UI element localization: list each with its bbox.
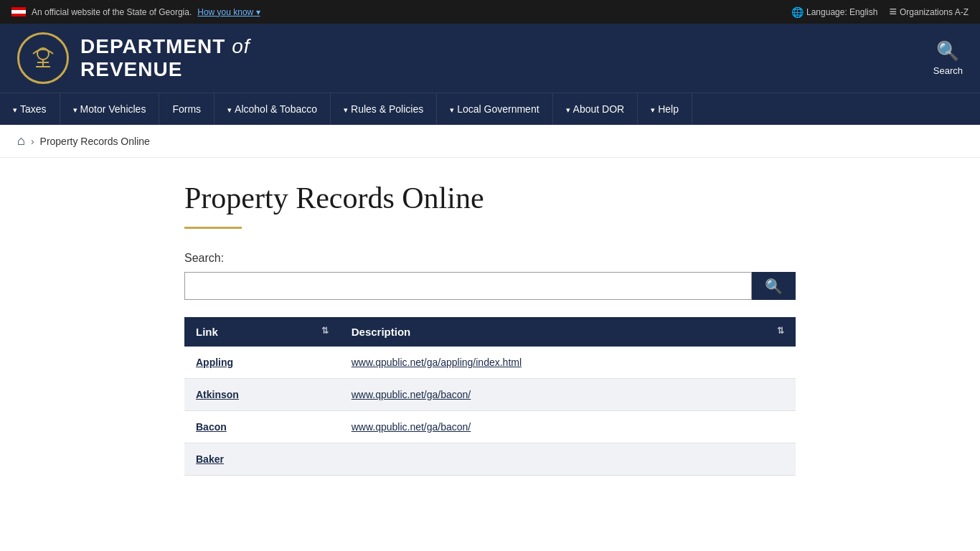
search-label: Search: — [184, 252, 796, 265]
table-row: Baconwww.qpublic.net/ga/bacon/ — [184, 411, 796, 443]
table-body: Applingwww.qpublic.net/ga/appling/index.… — [184, 347, 796, 476]
header-search-button[interactable]: 🔍 Search — [933, 40, 963, 76]
desc-sort-icon: ⇅ — [777, 326, 784, 336]
about-dor-caret — [566, 103, 570, 115]
breadcrumb-current: Property Records Online — [40, 136, 150, 147]
table-cell-link: Atkinson — [184, 379, 340, 411]
records-table: Link ⇅ Description ⇅ Applingwww.qpublic.… — [184, 317, 796, 476]
nav-local-government[interactable]: Local Government — [437, 93, 552, 125]
record-link[interactable]: Appling — [196, 357, 233, 368]
header-title: DEPARTMENT of REVENUE — [80, 35, 250, 81]
how-you-know-link[interactable]: How you know — [197, 7, 260, 17]
menu-icon — [889, 4, 897, 19]
search-icon: 🔍 — [936, 40, 959, 62]
record-link[interactable]: Atkinson — [196, 389, 239, 400]
nav-help[interactable]: Help — [638, 93, 692, 125]
nav-rules-policies[interactable]: Rules & Policies — [331, 93, 437, 125]
header: DEPARTMENT of REVENUE 🔍 Search — [0, 24, 980, 93]
official-text: An official website of the State of Geor… — [32, 7, 192, 17]
table-cell-description: www.qpublic.net/ga/appling/index.html — [340, 347, 796, 379]
col-description[interactable]: Description ⇅ — [340, 317, 796, 347]
nav-taxes[interactable]: Taxes — [0, 93, 60, 125]
nav-alcohol-tobacco[interactable]: Alcohol & Tobacco — [215, 93, 331, 125]
home-icon: ⌂ — [17, 133, 25, 148]
organizations-link[interactable]: Organizations A-Z — [889, 4, 969, 19]
taxes-caret — [13, 103, 17, 115]
language-link[interactable]: Language: English — [791, 6, 877, 18]
page-title: Property Records Online — [184, 181, 796, 215]
nav-forms[interactable]: Forms — [159, 93, 215, 125]
table-row: Atkinsonwww.qpublic.net/ga/bacon/ — [184, 379, 796, 411]
revenue-name: REVENUE — [80, 58, 250, 81]
table-row: Applingwww.qpublic.net/ga/appling/index.… — [184, 347, 796, 379]
nav-about-dor[interactable]: About DOR — [553, 93, 639, 125]
local-government-caret — [450, 103, 454, 115]
breadcrumb: ⌂ › Property Records Online — [0, 125, 980, 158]
col-link[interactable]: Link ⇅ — [184, 317, 340, 347]
link-sort-icon: ⇅ — [321, 326, 329, 336]
search-section: Search: 🔍 — [184, 252, 796, 300]
top-bar: An official website of the State of Geor… — [0, 0, 980, 24]
rules-policies-caret — [344, 103, 348, 115]
main-content: Property Records Online Search: 🔍 Link ⇅… — [167, 181, 813, 476]
globe-icon — [791, 6, 804, 18]
record-desc-link[interactable]: www.qpublic.net/ga/bacon/ — [352, 389, 471, 400]
logo-circle — [17, 32, 69, 84]
table-row: Baker — [184, 443, 796, 476]
help-caret — [651, 103, 655, 115]
alcohol-tobacco-caret — [227, 103, 232, 115]
top-bar-right: Language: English Organizations A-Z — [791, 4, 969, 19]
record-desc-link[interactable]: www.qpublic.net/ga/appling/index.html — [352, 357, 522, 368]
search-submit-button[interactable]: 🔍 — [752, 272, 796, 300]
title-underline — [184, 227, 242, 229]
main-nav: Taxes Motor Vehicles Forms Alcohol & Tob… — [0, 93, 980, 125]
breadcrumb-separator: › — [31, 136, 34, 147]
georgia-flag-icon — [11, 7, 26, 17]
dept-name: DEPARTMENT of — [80, 35, 250, 58]
record-desc-link[interactable]: www.qpublic.net/ga/bacon/ — [352, 421, 471, 433]
search-submit-icon: 🔍 — [765, 278, 783, 295]
logo-icon — [26, 39, 60, 77]
table-cell-description: www.qpublic.net/ga/bacon/ — [340, 379, 796, 411]
search-input[interactable] — [184, 272, 752, 300]
search-row: 🔍 — [184, 272, 796, 300]
table-cell-description — [340, 443, 796, 476]
record-link[interactable]: Bacon — [196, 421, 227, 433]
table-cell-link: Baker — [184, 443, 340, 476]
top-bar-left: An official website of the State of Geor… — [11, 7, 260, 17]
table-header: Link ⇅ Description ⇅ — [184, 317, 796, 347]
motor-vehicles-caret — [73, 103, 77, 115]
nav-motor-vehicles[interactable]: Motor Vehicles — [60, 93, 160, 125]
header-logo: DEPARTMENT of REVENUE — [17, 32, 250, 84]
table-cell-description: www.qpublic.net/ga/bacon/ — [340, 411, 796, 443]
table-cell-link: Appling — [184, 347, 340, 379]
table-cell-link: Bacon — [184, 411, 340, 443]
breadcrumb-home-link[interactable]: ⌂ — [17, 133, 25, 149]
record-link[interactable]: Baker — [196, 453, 224, 465]
